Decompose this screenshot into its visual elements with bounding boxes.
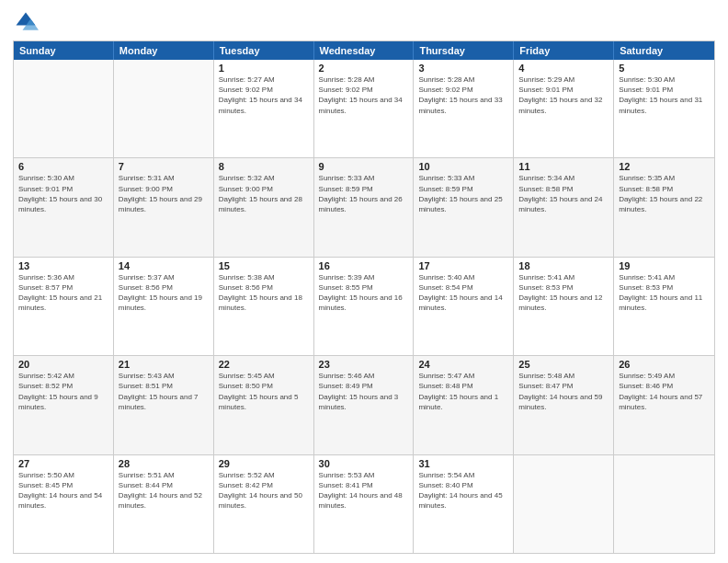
calendar-cell: 9Sunrise: 5:33 AMSunset: 8:59 PMDaylight… xyxy=(314,158,415,256)
calendar-cell: 29Sunrise: 5:52 AMSunset: 8:42 PMDayligh… xyxy=(214,455,314,553)
day-number: 10 xyxy=(418,161,508,172)
calendar-cell xyxy=(14,60,114,157)
day-number: 20 xyxy=(18,359,108,370)
calendar-header: SundayMondayTuesdayWednesdayThursdayFrid… xyxy=(14,41,714,60)
day-number: 18 xyxy=(518,260,609,271)
day-number: 9 xyxy=(319,161,409,172)
calendar-cell: 10Sunrise: 5:33 AMSunset: 8:59 PMDayligh… xyxy=(414,158,514,256)
weekday-header-monday: Monday xyxy=(114,41,214,60)
weekday-header-wednesday: Wednesday xyxy=(314,41,415,60)
logo-icon xyxy=(13,9,39,35)
day-detail: Sunrise: 5:46 AMSunset: 8:49 PMDaylight:… xyxy=(319,371,409,412)
day-detail: Sunrise: 5:38 AMSunset: 8:56 PMDaylight:… xyxy=(219,272,309,314)
day-detail: Sunrise: 5:34 AMSunset: 8:58 PMDaylight:… xyxy=(518,173,609,214)
weekday-header-friday: Friday xyxy=(514,41,614,60)
day-detail: Sunrise: 5:52 AMSunset: 8:42 PMDaylight:… xyxy=(219,470,309,511)
logo xyxy=(13,9,42,35)
weekday-header-sunday: Sunday xyxy=(14,41,114,60)
day-detail: Sunrise: 5:53 AMSunset: 8:41 PMDaylight:… xyxy=(319,470,409,511)
day-detail: Sunrise: 5:31 AMSunset: 9:00 PMDaylight:… xyxy=(119,173,209,214)
day-number: 6 xyxy=(18,161,108,172)
calendar-cell: 3Sunrise: 5:28 AMSunset: 9:02 PMDaylight… xyxy=(414,60,514,157)
calendar-cell: 30Sunrise: 5:53 AMSunset: 8:41 PMDayligh… xyxy=(314,455,415,553)
calendar-cell: 27Sunrise: 5:50 AMSunset: 8:45 PMDayligh… xyxy=(14,455,114,553)
calendar-cell: 18Sunrise: 5:41 AMSunset: 8:53 PMDayligh… xyxy=(514,258,614,355)
calendar-cell: 31Sunrise: 5:54 AMSunset: 8:40 PMDayligh… xyxy=(414,455,514,553)
calendar-cell: 5Sunrise: 5:30 AMSunset: 9:01 PMDaylight… xyxy=(614,60,714,157)
calendar-cell: 8Sunrise: 5:32 AMSunset: 9:00 PMDaylight… xyxy=(214,158,314,256)
day-detail: Sunrise: 5:28 AMSunset: 9:02 PMDaylight:… xyxy=(418,75,508,116)
day-number: 29 xyxy=(219,458,309,469)
day-detail: Sunrise: 5:51 AMSunset: 8:44 PMDaylight:… xyxy=(119,470,209,511)
day-detail: Sunrise: 5:33 AMSunset: 8:59 PMDaylight:… xyxy=(319,173,409,214)
day-number: 1 xyxy=(219,63,309,74)
day-detail: Sunrise: 5:36 AMSunset: 8:57 PMDaylight:… xyxy=(18,272,108,314)
calendar: SundayMondayTuesdayWednesdayThursdayFrid… xyxy=(13,40,715,554)
day-detail: Sunrise: 5:45 AMSunset: 8:50 PMDaylight:… xyxy=(219,371,309,412)
day-detail: Sunrise: 5:48 AMSunset: 8:47 PMDaylight:… xyxy=(518,371,609,412)
calendar-cell: 14Sunrise: 5:37 AMSunset: 8:56 PMDayligh… xyxy=(114,258,214,355)
calendar-cell: 4Sunrise: 5:29 AMSunset: 9:01 PMDaylight… xyxy=(514,60,614,157)
calendar-cell: 7Sunrise: 5:31 AMSunset: 9:00 PMDaylight… xyxy=(114,158,214,256)
calendar-cell: 22Sunrise: 5:45 AMSunset: 8:50 PMDayligh… xyxy=(214,356,314,454)
calendar-cell xyxy=(614,455,714,553)
day-number: 26 xyxy=(619,359,710,370)
calendar-cell: 19Sunrise: 5:41 AMSunset: 8:53 PMDayligh… xyxy=(614,258,714,355)
day-detail: Sunrise: 5:35 AMSunset: 8:58 PMDaylight:… xyxy=(619,173,710,214)
day-number: 14 xyxy=(119,260,209,271)
day-number: 4 xyxy=(518,63,609,74)
day-detail: Sunrise: 5:37 AMSunset: 8:56 PMDaylight:… xyxy=(119,272,209,314)
day-number: 12 xyxy=(619,161,710,172)
day-number: 2 xyxy=(319,63,409,74)
day-detail: Sunrise: 5:27 AMSunset: 9:02 PMDaylight:… xyxy=(219,75,309,116)
calendar-cell xyxy=(514,455,614,553)
day-detail: Sunrise: 5:28 AMSunset: 9:02 PMDaylight:… xyxy=(319,75,409,116)
weekday-header-saturday: Saturday xyxy=(614,41,714,60)
day-detail: Sunrise: 5:50 AMSunset: 8:45 PMDaylight:… xyxy=(18,470,108,511)
weekday-header-thursday: Thursday xyxy=(414,41,514,60)
day-detail: Sunrise: 5:32 AMSunset: 9:00 PMDaylight:… xyxy=(219,173,309,214)
calendar-cell: 11Sunrise: 5:34 AMSunset: 8:58 PMDayligh… xyxy=(514,158,614,256)
day-detail: Sunrise: 5:54 AMSunset: 8:40 PMDaylight:… xyxy=(418,470,508,511)
day-detail: Sunrise: 5:49 AMSunset: 8:46 PMDaylight:… xyxy=(619,371,710,412)
day-number: 21 xyxy=(119,359,209,370)
day-number: 5 xyxy=(619,63,710,74)
day-detail: Sunrise: 5:30 AMSunset: 9:01 PMDaylight:… xyxy=(619,75,710,116)
calendar-cell xyxy=(114,60,214,157)
weekday-header-tuesday: Tuesday xyxy=(214,41,314,60)
calendar-cell: 2Sunrise: 5:28 AMSunset: 9:02 PMDaylight… xyxy=(314,60,415,157)
day-number: 11 xyxy=(518,161,609,172)
day-number: 24 xyxy=(418,359,508,370)
day-number: 16 xyxy=(319,260,409,271)
day-detail: Sunrise: 5:40 AMSunset: 8:54 PMDaylight:… xyxy=(418,272,508,314)
day-number: 7 xyxy=(119,161,209,172)
day-detail: Sunrise: 5:39 AMSunset: 8:55 PMDaylight:… xyxy=(319,272,409,314)
header xyxy=(13,9,715,35)
day-detail: Sunrise: 5:43 AMSunset: 8:51 PMDaylight:… xyxy=(119,371,209,412)
calendar-cell: 25Sunrise: 5:48 AMSunset: 8:47 PMDayligh… xyxy=(514,356,614,454)
calendar-cell: 17Sunrise: 5:40 AMSunset: 8:54 PMDayligh… xyxy=(414,258,514,355)
day-number: 15 xyxy=(219,260,309,271)
day-number: 27 xyxy=(18,458,108,469)
calendar-cell: 12Sunrise: 5:35 AMSunset: 8:58 PMDayligh… xyxy=(614,158,714,256)
calendar-cell: 6Sunrise: 5:30 AMSunset: 9:01 PMDaylight… xyxy=(14,158,114,256)
day-number: 19 xyxy=(619,260,710,271)
calendar-row-1: 1Sunrise: 5:27 AMSunset: 9:02 PMDaylight… xyxy=(14,60,714,158)
day-number: 31 xyxy=(418,458,508,469)
day-number: 3 xyxy=(418,63,508,74)
calendar-row-2: 6Sunrise: 5:30 AMSunset: 9:01 PMDaylight… xyxy=(14,158,714,257)
calendar-cell: 28Sunrise: 5:51 AMSunset: 8:44 PMDayligh… xyxy=(114,455,214,553)
calendar-cell: 20Sunrise: 5:42 AMSunset: 8:52 PMDayligh… xyxy=(14,356,114,454)
day-detail: Sunrise: 5:41 AMSunset: 8:53 PMDaylight:… xyxy=(619,272,710,314)
day-number: 17 xyxy=(418,260,508,271)
calendar-cell: 16Sunrise: 5:39 AMSunset: 8:55 PMDayligh… xyxy=(314,258,415,355)
calendar-cell: 24Sunrise: 5:47 AMSunset: 8:48 PMDayligh… xyxy=(414,356,514,454)
calendar-cell: 23Sunrise: 5:46 AMSunset: 8:49 PMDayligh… xyxy=(314,356,415,454)
day-detail: Sunrise: 5:29 AMSunset: 9:01 PMDaylight:… xyxy=(518,75,609,116)
day-detail: Sunrise: 5:33 AMSunset: 8:59 PMDaylight:… xyxy=(418,173,508,214)
calendar-cell: 1Sunrise: 5:27 AMSunset: 9:02 PMDaylight… xyxy=(214,60,314,157)
day-number: 25 xyxy=(518,359,609,370)
day-number: 28 xyxy=(119,458,209,469)
page: SundayMondayTuesdayWednesdayThursdayFrid… xyxy=(0,0,728,563)
day-number: 13 xyxy=(18,260,108,271)
